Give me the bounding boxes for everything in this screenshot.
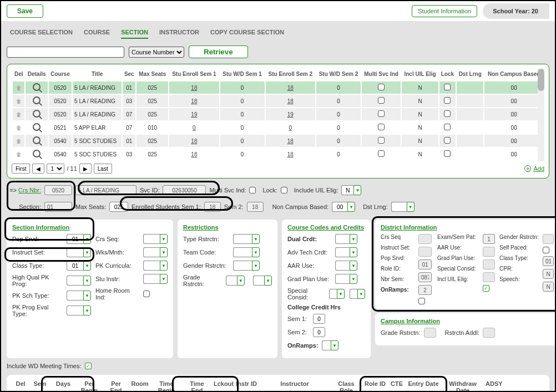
crs-seq-field[interactable]: [143, 234, 160, 244]
scrollbar-thumb[interactable]: [538, 69, 544, 91]
add-section-link[interactable]: +Add: [524, 165, 544, 172]
pkcur-field[interactable]: [143, 261, 160, 271]
pager-prev-button[interactable]: ◀: [32, 164, 44, 174]
search-input[interactable]: [7, 47, 124, 58]
details-icon[interactable]: [33, 136, 41, 144]
pksch-field[interactable]: [67, 291, 83, 301]
aar-dd[interactable]: ▼: [350, 261, 357, 271]
tab-section[interactable]: SECTION: [121, 29, 148, 39]
table-row[interactable]: 🗑05205 LA / READING03025180180N00: [13, 95, 543, 107]
table-row[interactable]: 🗑05205 LA / READING07025190190N00: [13, 108, 543, 120]
multi-svc-row-checkbox[interactable]: [378, 110, 385, 117]
table-row[interactable]: 🗑05405 SOC STUDIES01025180180N00: [13, 135, 543, 147]
crs-seq-dd[interactable]: ▼: [160, 234, 168, 244]
trash-icon[interactable]: 🗑: [15, 98, 23, 104]
lock-row-checkbox[interactable]: [444, 97, 451, 104]
trash-icon[interactable]: 🗑: [15, 111, 23, 118]
lock-row-checkbox[interactable]: [444, 84, 451, 90]
tab-course[interactable]: COURSE: [84, 29, 110, 39]
onramps-field[interactable]: [322, 340, 331, 350]
pager-first-button[interactable]: First: [12, 164, 30, 174]
pkprog-dd[interactable]: ▼: [83, 306, 91, 315]
stui-field[interactable]: [143, 274, 160, 284]
grade-rstr-field[interactable]: [226, 276, 237, 286]
include-wd-checkbox[interactable]: ✓: [85, 363, 92, 369]
ncb-dropdown[interactable]: ▼: [347, 202, 355, 212]
aar-field[interactable]: [335, 261, 350, 271]
adv-tech-field[interactable]: [335, 247, 350, 257]
lock-row-checkbox[interactable]: [444, 110, 451, 117]
multi-svc-row-checkbox[interactable]: [378, 137, 385, 144]
crs-nbr-label[interactable]: Crs Nbr:: [18, 187, 41, 194]
wks-field[interactable]: [143, 247, 160, 257]
max-seats-field[interactable]: [109, 202, 128, 212]
trash-icon[interactable]: 🗑: [15, 151, 23, 157]
trash-icon[interactable]: 🗑: [15, 125, 23, 131]
tab-copy-course-section[interactable]: COPY COURSE SECTION: [210, 29, 284, 39]
grade-rstr2-dd[interactable]: ▼: [264, 276, 272, 286]
pager-next-button[interactable]: ▶: [79, 164, 92, 174]
pager-last-button[interactable]: Last: [94, 164, 112, 174]
scrollbar-track[interactable]: [538, 69, 544, 161]
pop-srvd-dd[interactable]: ▼: [83, 234, 91, 244]
pkcur-dd[interactable]: ▼: [160, 261, 168, 271]
dst-dropdown[interactable]: ▼: [407, 202, 415, 212]
spec-consid-dd[interactable]: ▼: [337, 289, 345, 299]
multi-svc-checkbox[interactable]: [249, 187, 256, 194]
hqpk-field[interactable]: [67, 276, 83, 286]
retrieve-button[interactable]: Retrieve: [189, 45, 248, 58]
team-code-dd[interactable]: ▼: [252, 247, 260, 257]
homeroom-checkbox[interactable]: [143, 291, 150, 297]
student-information-button[interactable]: Student Information: [412, 5, 477, 17]
gradplan-field[interactable]: [335, 274, 350, 284]
cc-sem1-field[interactable]: [313, 314, 325, 324]
tab-instructor[interactable]: INSTRUCTOR: [159, 29, 199, 39]
spec-consid2-field[interactable]: [350, 289, 357, 299]
instruct-set-field[interactable]: [67, 247, 83, 257]
details-icon[interactable]: [33, 96, 41, 104]
save-button[interactable]: Save: [7, 4, 43, 18]
lock-row-checkbox[interactable]: [444, 137, 451, 144]
dual-crdt-field[interactable]: [335, 234, 350, 244]
pop-srvd-field[interactable]: [67, 234, 83, 244]
wks-dd[interactable]: ▼: [160, 247, 168, 257]
type-rstr-field[interactable]: [233, 234, 252, 244]
multi-svc-row-checkbox[interactable]: [378, 150, 385, 157]
tab-course-selection[interactable]: COURSE SELECTION: [10, 29, 73, 39]
dual-crdt-dd[interactable]: ▼: [350, 234, 357, 244]
details-icon[interactable]: [33, 110, 41, 118]
lock-checkbox[interactable]: [281, 187, 287, 194]
grade-rstr2-field[interactable]: [253, 276, 264, 286]
cc-sem2-field[interactable]: [313, 327, 325, 337]
adv-tech-dd[interactable]: ▼: [350, 247, 357, 257]
multi-svc-row-checkbox[interactable]: [378, 84, 385, 90]
details-icon[interactable]: [33, 83, 41, 91]
dst-field[interactable]: [391, 202, 407, 212]
incl-uil-field[interactable]: [341, 185, 353, 195]
gender-rstr-dd[interactable]: ▼: [252, 261, 260, 271]
stui-dd[interactable]: ▼: [160, 274, 168, 284]
class-type-field[interactable]: [67, 261, 83, 271]
gradplan-dd[interactable]: ▼: [350, 274, 357, 284]
team-code-field[interactable]: [233, 247, 252, 257]
details-icon[interactable]: [33, 123, 41, 131]
type-rstr-dd[interactable]: ▼: [252, 234, 260, 244]
gender-rstr-field[interactable]: [233, 261, 252, 271]
table-row[interactable]: 🗑05405 SOC STUDIES03025180180N00: [13, 148, 543, 160]
spec-consid2-dd[interactable]: ▼: [357, 289, 365, 299]
search-type-select[interactable]: Course Number: [129, 47, 184, 58]
trash-icon[interactable]: 🗑: [15, 138, 23, 144]
table-row[interactable]: 🗑05215 APP ELAR070100000N00: [13, 121, 543, 134]
multi-svc-row-checkbox[interactable]: [378, 97, 385, 104]
pager-page-select[interactable]: 1: [47, 164, 64, 174]
spec-consid-field[interactable]: [329, 289, 337, 299]
hqpk-dd[interactable]: ▼: [83, 276, 91, 286]
lock-row-checkbox[interactable]: [444, 150, 451, 157]
grade-rstr-dd[interactable]: ▼: [237, 276, 245, 286]
ncb-field[interactable]: [332, 202, 347, 212]
incl-uil-dropdown[interactable]: ▼: [353, 185, 361, 195]
lock-row-checkbox[interactable]: [444, 124, 451, 130]
details-icon[interactable]: [33, 150, 41, 157]
instruct-set-dd[interactable]: ▼: [83, 247, 91, 257]
multi-svc-row-checkbox[interactable]: [378, 124, 385, 130]
